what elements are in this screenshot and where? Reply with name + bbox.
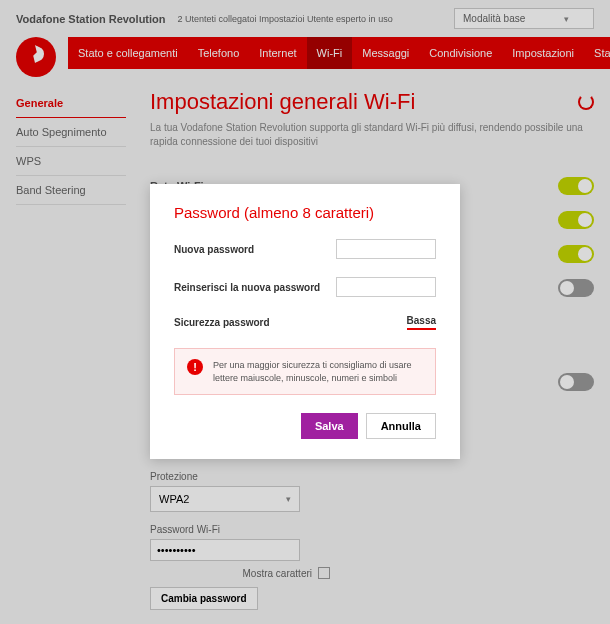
- warning-box: ! Per una maggior sicurezza ti consiglia…: [174, 348, 436, 395]
- strength-row: Sicurezza password Bassa: [174, 315, 436, 330]
- strength-value: Bassa: [407, 315, 436, 330]
- confirm-password-label: Reinserisci la nuova password: [174, 282, 320, 293]
- new-password-label: Nuova password: [174, 244, 254, 255]
- password-modal: Password (almeno 8 caratteri) Nuova pass…: [150, 184, 460, 459]
- cancel-button[interactable]: Annulla: [366, 413, 436, 439]
- warning-text: Per una maggior sicurezza ti consigliamo…: [213, 359, 423, 384]
- warning-icon: !: [187, 359, 203, 375]
- confirm-password-row: Reinserisci la nuova password: [174, 277, 436, 297]
- modal-actions: Salva Annulla: [174, 413, 436, 439]
- save-button[interactable]: Salva: [301, 413, 358, 439]
- strength-label: Sicurezza password: [174, 317, 270, 328]
- modal-title: Password (almeno 8 caratteri): [174, 204, 436, 221]
- confirm-password-input[interactable]: [336, 277, 436, 297]
- new-password-input[interactable]: [336, 239, 436, 259]
- new-password-row: Nuova password: [174, 239, 436, 259]
